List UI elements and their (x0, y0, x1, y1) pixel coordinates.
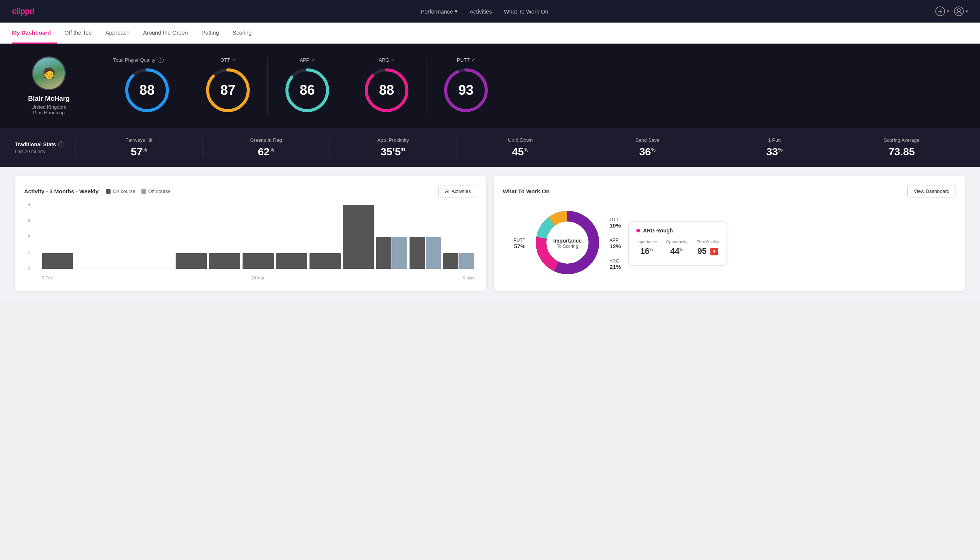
player-handicap: Plus Handicap (33, 110, 65, 115)
add-button[interactable]: ▾ (935, 6, 949, 17)
opportunity-metric: Opportunity 44% (666, 240, 687, 256)
tab-off-the-tee[interactable]: Off the Tee (58, 23, 98, 43)
tpq-score: Total Player Quality ? 88 (113, 57, 188, 115)
x-label-mar: 28 Mar (251, 276, 264, 280)
top-nav: clippd Performance ▾ Activities What To … (0, 0, 980, 23)
arg-value: 88 (379, 82, 394, 98)
oncourse-bar (243, 253, 274, 269)
avatar-image: 🧑 (33, 58, 65, 89)
oncourse-bar (42, 253, 73, 269)
legend-oncourse: On course (106, 188, 135, 194)
oncourse-bar (309, 253, 341, 269)
view-dashboard-button[interactable]: View Dashboard (907, 185, 956, 197)
arg-rough-info-card: ARG Rough Importance 16% Opportunity 44% (628, 221, 727, 265)
bar-group (409, 237, 441, 269)
profile-section: 🧑 Blair McHarg United Kingdom Plus Handi… (15, 57, 83, 115)
putt-donut-label: PUTT 57% (503, 238, 525, 249)
tab-approach[interactable]: Approach (99, 23, 135, 43)
tab-around-the-green[interactable]: Around the Green (137, 23, 194, 43)
bars-container (39, 205, 477, 269)
down-arrow-icon: ▼ (710, 248, 718, 255)
donut-section: PUTT 57% (503, 205, 956, 282)
putt-circle: 93 (441, 66, 490, 115)
stat-greens-in-reg: Greens In Reg 62% (203, 137, 329, 158)
donut-center-text: Importance To Scoring (553, 238, 581, 249)
arrow-up-icon: ↗ (391, 57, 394, 62)
stat-one-putt: 1 Putt 33% (711, 137, 838, 158)
oncourse-bar (276, 253, 307, 269)
nav-right: ▾ ▾ (935, 6, 968, 17)
bar-group (309, 253, 341, 269)
chevron-down-icon: ▾ (947, 8, 949, 14)
legend-offcourse: Off course (141, 188, 171, 194)
stats-help-icon[interactable]: ? (58, 142, 64, 147)
arrow-up-icon: ↗ (471, 57, 475, 62)
red-dot-icon (636, 229, 640, 232)
oncourse-dot (106, 189, 111, 194)
nav-activities[interactable]: Activities (470, 8, 492, 15)
player-name: Blair McHarg (28, 95, 70, 103)
ott-label: OTT ↗ (220, 57, 235, 63)
all-activities-button[interactable]: All Activities (438, 185, 477, 197)
bar-group (176, 253, 207, 269)
importance-metric: Importance 16% (636, 240, 657, 256)
activity-card-header: Activity - 3 Months - Weekly On course O… (24, 185, 477, 197)
stat-scoring-avg: Scoring Average 73.85 (838, 137, 965, 158)
stats-row: Traditional Stats ? Last 20 rounds Fairw… (0, 128, 980, 167)
stat-up-and-down: Up & Down 45% (457, 137, 584, 158)
x-labels: 7 Feb 28 Mar 9 May (39, 276, 477, 280)
tab-my-dashboard[interactable]: My Dashboard (12, 23, 57, 43)
tpq-help-icon[interactable]: ? (158, 57, 163, 63)
arrow-up-icon: ↗ (311, 57, 315, 62)
offcourse-dot (141, 189, 146, 194)
arg-donut-label: ARG 21% (610, 258, 621, 270)
app-logo[interactable]: clippd (12, 7, 34, 16)
arg-circle: 88 (362, 66, 411, 115)
bar-group (443, 253, 474, 269)
stats-subtitle: Last 20 rounds (15, 149, 75, 154)
bar-group (209, 253, 240, 269)
offcourse-bar (459, 253, 474, 269)
avatar: 🧑 (32, 57, 66, 90)
tab-scoring[interactable]: Scoring (226, 23, 258, 43)
donut-right-labels: OTT 10% APP 12% ARG 21% (610, 217, 621, 270)
chevron-down-icon: ▾ (966, 8, 968, 14)
app-donut-label: APP 12% (610, 238, 621, 249)
svg-point-4 (957, 8, 960, 12)
putt-score: PUTT ↗ 93 (426, 57, 506, 115)
chart-legend: On course Off course (106, 188, 171, 194)
nav-links: Performance ▾ Activities What To Work On (421, 8, 548, 15)
bar-group (376, 237, 407, 269)
stats-label-section: Traditional Stats ? Last 20 rounds (15, 142, 75, 154)
hero-section: 🧑 Blair McHarg United Kingdom Plus Handi… (0, 43, 980, 128)
chevron-down-icon: ▾ (455, 8, 458, 15)
tpq-value: 88 (140, 82, 155, 98)
info-card-title: ARG Rough (636, 228, 719, 233)
stats-title: Traditional Stats ? (15, 142, 75, 147)
tpq-circle: 88 (123, 66, 171, 115)
donut-chart: Importance To Scoring (530, 205, 605, 282)
sub-nav: My Dashboard Off the Tee Approach Around… (0, 23, 980, 43)
offcourse-bar (426, 237, 441, 269)
x-label-may: 9 May (463, 276, 474, 280)
nav-what-to-work-on[interactable]: What To Work On (504, 8, 548, 15)
x-label-feb: 7 Feb (42, 276, 53, 280)
oncourse-bar (443, 253, 458, 269)
app-value: 86 (300, 82, 315, 98)
arg-label: ARG ↗ (379, 57, 394, 63)
shot-quality-metric: Shot Quality 95 ▼ (696, 240, 719, 256)
bar-group (276, 253, 307, 269)
tpq-label: Total Player Quality ? (113, 57, 163, 63)
app-circle: 86 (283, 66, 332, 115)
tab-putting[interactable]: Putting (196, 23, 225, 43)
bar-chart: 4 3 2 1 0 7 Feb 28 Mar 9 May (24, 205, 477, 280)
arrow-up-icon: ↗ (232, 57, 235, 62)
activity-card-title: Activity - 3 Months - Weekly (24, 188, 98, 195)
oncourse-bar (409, 237, 424, 269)
user-menu-button[interactable]: ▾ (954, 6, 968, 17)
offcourse-bar (392, 237, 407, 269)
ott-circle: 87 (203, 66, 252, 115)
nav-performance[interactable]: Performance ▾ (421, 8, 458, 15)
putt-label: PUTT ↗ (457, 57, 475, 63)
arg-score: ARG ↗ 88 (347, 57, 426, 115)
